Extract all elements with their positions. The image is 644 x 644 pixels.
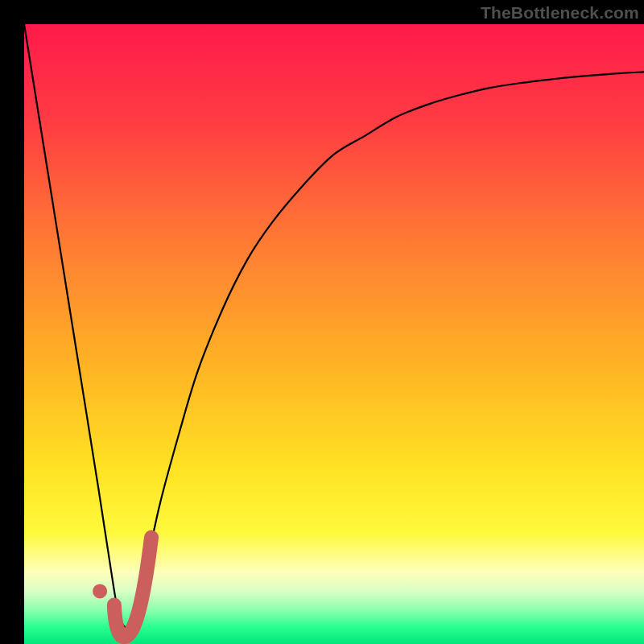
chart-frame: TheBottleneck.com: [0, 0, 644, 644]
svg-rect-0: [24, 24, 644, 644]
watermark-label: TheBottleneck.com: [481, 3, 639, 23]
background-gradient: [24, 24, 644, 644]
plot-area: [24, 24, 644, 644]
